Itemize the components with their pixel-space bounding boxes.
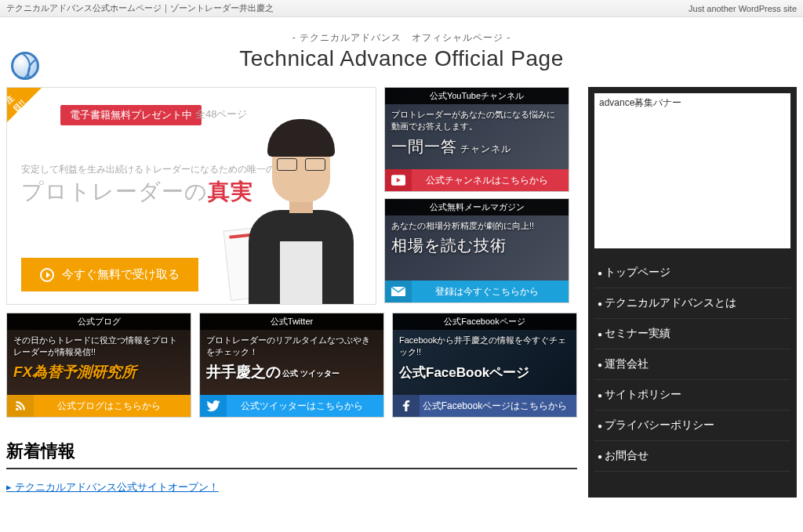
topbar-right: Just another WordPress site	[689, 4, 797, 13]
rss-icon	[7, 395, 34, 417]
card-description: あなたの相場分析精度が劇的に向上!!	[385, 215, 569, 233]
news-heading: 新着情報	[6, 440, 577, 469]
sidebar-item-company[interactable]: 運営会社	[594, 349, 790, 380]
card-header: 公式無料メールマガジン	[385, 199, 569, 215]
card-description: Facebookから井手慶之の情報を今すぐチェック!!	[393, 330, 576, 360]
card-header: 公式Facebookページ	[393, 313, 576, 330]
hero-cta-label: 今すぐ無料で受け取る	[62, 267, 180, 282]
card-footer-label: 登録は今すぐこちらから	[412, 285, 569, 299]
sidebar-item-top[interactable]: トップページ	[594, 258, 790, 288]
header-title: Technical Advance Official Page	[239, 46, 563, 71]
card-title: 相場を読む技術	[385, 233, 569, 258]
card-footer[interactable]: 公式ツイッターはこちらから	[200, 395, 383, 417]
hero-banner[interactable]: 注目!! 電子書籍無料プレゼント中 全48ページ 安定して利益を生み出続けるトレ…	[6, 87, 376, 305]
hero-cta-button[interactable]: 今すぐ無料で受け取る	[21, 258, 198, 291]
facebook-card[interactable]: 公式Facebookページ Facebookから井手慶之の情報を今すぐチェック!…	[392, 313, 577, 418]
facebook-icon	[393, 395, 420, 417]
svg-point-2	[16, 407, 19, 411]
twitter-card[interactable]: 公式Twitter プロトレーダーのリアルタイムなつぶやきをチェック！ 井手慶之…	[199, 313, 384, 418]
header-subtitle: - テクニカルアドバンス オフィシャルページ -	[239, 31, 563, 45]
card-footer[interactable]: 公式Facebookページはこちらから	[393, 395, 576, 417]
attention-corner: 注目!!	[7, 88, 42, 122]
play-circle-icon	[40, 268, 54, 282]
card-footer[interactable]: 登録は今すぐこちらから	[385, 280, 569, 302]
sidebar-banner[interactable]: advance募集バナー	[594, 93, 790, 248]
sidebar: advance募集バナー トップページ テクニカルアドバンスとは セミナー実績 …	[588, 87, 797, 498]
sidebar-item-privacy[interactable]: プライバシーポリシー	[594, 411, 790, 441]
sidebar-item-contact[interactable]: お問合せ	[594, 441, 790, 472]
sidebar-nav: トップページ テクニカルアドバンスとは セミナー実績 運営会社 サイトポリシー …	[594, 258, 790, 472]
card-footer-label: 公式ブログはこちらから	[34, 400, 191, 413]
card-footer-label: 公式チャンネルはこちらから	[412, 174, 569, 187]
person-photo	[233, 118, 369, 304]
mail-icon	[385, 280, 412, 302]
topbar: テクニカルアドバンス公式ホームページ｜ゾーントレーダー井出慶之 Just ano…	[0, 0, 803, 17]
card-header: 公式Twitter	[200, 313, 383, 330]
sidebar-item-about[interactable]: テクニカルアドバンスとは	[594, 288, 790, 319]
header: - テクニカルアドバンス オフィシャルページ - Technical Advan…	[0, 17, 803, 87]
topbar-left: テクニカルアドバンス公式ホームページ｜ゾーントレーダー井出慶之	[6, 2, 274, 14]
card-description: プロトレーダーがあなたの気になる悩みに動画でお答えします。	[385, 104, 569, 135]
card-header: 公式ブログ	[7, 313, 191, 330]
news-section: 新着情報 テクニカルアドバンス公式サイトオープン！	[6, 440, 577, 498]
twitter-icon	[200, 395, 227, 417]
hero-headline: プロトレーダーの真実	[21, 177, 253, 207]
card-header: 公式YouTubeチャンネル	[385, 88, 569, 104]
news-link[interactable]: テクニカルアドバンス公式サイトオープン！	[6, 477, 577, 498]
main-content: 注目!! 電子書籍無料プレゼント中 全48ページ 安定して利益を生み出続けるトレ…	[6, 87, 577, 498]
card-footer-label: 公式Facebookページはこちらから	[420, 400, 576, 413]
youtube-card[interactable]: 公式YouTubeチャンネル プロトレーダーがあなたの気になる悩みに動画でお答え…	[384, 87, 569, 192]
mailmag-card[interactable]: 公式無料メールマガジン あなたの相場分析精度が劇的に向上!! 相場を読む技術 登…	[384, 198, 569, 303]
youtube-icon	[385, 169, 412, 191]
card-footer[interactable]: 公式チャンネルはこちらから	[385, 169, 569, 191]
blog-card[interactable]: 公式ブログ その日からトレードに役立つ情報をプロトレーダーが情報発信!! FX為…	[6, 313, 191, 418]
card-title: 公式FaceBookページ	[393, 360, 576, 385]
sidebar-item-seminar[interactable]: セミナー実績	[594, 319, 790, 349]
card-footer-label: 公式ツイッターはこちらから	[227, 400, 383, 413]
card-title: 井手慶之の公式 ツイッター	[200, 360, 383, 384]
card-footer[interactable]: 公式ブログはこちらから	[7, 395, 191, 417]
site-logo[interactable]	[11, 52, 39, 80]
card-description: プロトレーダーのリアルタイムなつぶやきをチェック！	[200, 330, 383, 360]
card-description: その日からトレードに役立つ情報をプロトレーダーが情報発信!!	[7, 330, 191, 360]
sidebar-item-sitepolicy[interactable]: サイトポリシー	[594, 380, 790, 411]
card-title: FX為替予測研究所	[7, 360, 191, 384]
hero-badge: 電子書籍無料プレゼント中	[60, 105, 202, 125]
card-title: 一問一答チャンネル	[385, 135, 569, 159]
